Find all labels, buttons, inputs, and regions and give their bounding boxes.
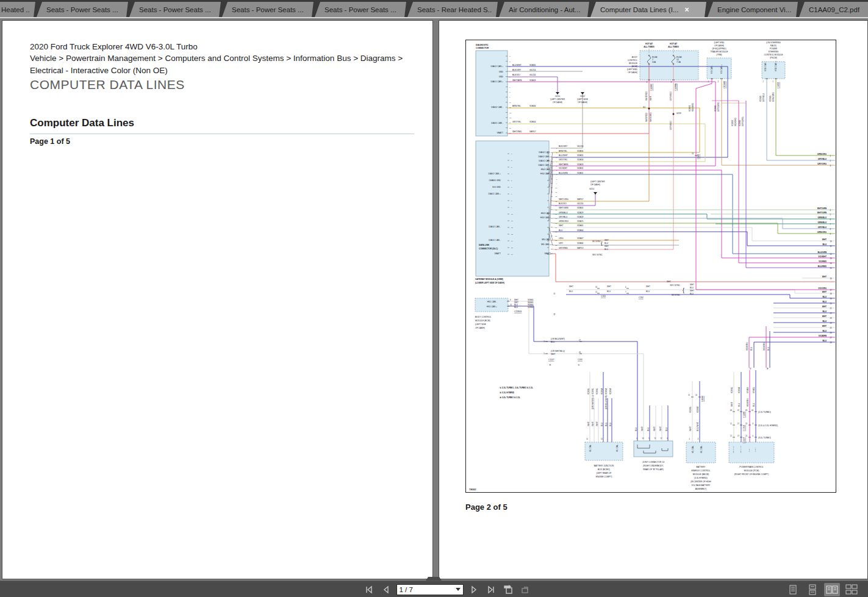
exit-number: 10	[830, 240, 833, 243]
two-page-view-button[interactable]	[824, 583, 840, 596]
diagram-label: VDB64	[605, 388, 608, 395]
exit-number: 18	[830, 293, 833, 295]
diagram-label: WHT/RED	[645, 91, 648, 101]
diagram-label: HS1 CAN +	[740, 445, 742, 453]
diagram-label: GRY/RED	[670, 120, 672, 130]
exit-wire-label: WHT/GRN	[817, 212, 827, 214]
diagram-label: HS1 CAN +	[700, 445, 703, 453]
diagram-label: VDB34	[577, 159, 584, 161]
exit-number: 16	[830, 277, 833, 280]
two-page-continuous-view-icon	[845, 584, 858, 595]
diagram-label: VDB65	[596, 388, 598, 395]
exit-wire-label: BLU	[822, 330, 827, 332]
tab-close-icon[interactable]: ×	[684, 6, 689, 13]
diagram-label: HS4 CAN -	[541, 168, 551, 171]
diagram-label: VDB65	[577, 224, 584, 227]
diagram-label: S1	[643, 106, 645, 109]
diagram-label: DIAG2 CAN +	[488, 173, 501, 175]
diagram-label: GRY/BLU	[762, 93, 765, 102]
next-page-button[interactable]	[467, 583, 481, 596]
tab-2[interactable]: Seats - Power Seats ...	[129, 2, 221, 17]
diagram-label: BOX (BCMC)	[598, 468, 610, 471]
diagram-label: VDB35	[577, 154, 584, 157]
exit-number: 21	[830, 307, 833, 310]
snapshot-button[interactable]	[518, 583, 532, 596]
diagram-label: ②	[549, 363, 551, 366]
diagram-label: MODULE	[629, 62, 638, 65]
tab-8[interactable]: Engine Component Vi...	[708, 2, 798, 17]
exit-wire-label: GRN/ORG	[817, 231, 827, 234]
diagram-label: VDB33	[577, 163, 584, 166]
tab-label: Air Conditioning - Aut...	[509, 6, 581, 13]
diagram-label: (LEFT REAR OF	[597, 472, 612, 474]
diagram-label: BLU	[690, 293, 694, 295]
new-window-button[interactable]	[501, 583, 515, 596]
diagram-label: (LEFT SIDE	[577, 98, 589, 101]
tab-4[interactable]: Seats - Power Seats ...	[315, 2, 406, 17]
diagram-label: VDB33	[529, 79, 536, 82]
last-page-button[interactable]	[484, 583, 498, 596]
diagram-label: WHT	[604, 245, 609, 248]
diagram-label: SBP07	[577, 198, 583, 201]
single-page-view-button[interactable]	[785, 583, 801, 596]
diagram-label: GD216	[529, 74, 536, 76]
tab-1[interactable]: Seats - Power Seats ...	[37, 2, 128, 17]
exit-number: 23	[830, 317, 833, 320]
tab-9[interactable]: C1AA09_C2.pdf	[799, 2, 868, 17]
diagram-label: ①	[553, 292, 556, 295]
page-title: COMPUTER DATA LINES	[30, 77, 185, 92]
tab-0[interactable]: Heated ...	[0, 2, 35, 17]
exit-wire-label: WHT	[822, 238, 827, 241]
diagram-label: VYB05	[753, 387, 755, 393]
exit-wire-label: BLU/GRN	[817, 251, 827, 254]
exit-wire-label: VIO/BRN	[819, 335, 827, 337]
diagram-label: C146B	[777, 82, 780, 88]
diagram-label: GD214	[577, 145, 584, 148]
page-count-label-2: Page 2 of 5	[465, 502, 508, 512]
exit-number: 24	[830, 322, 833, 324]
diagram-label: ENERGY CONTROL	[692, 470, 711, 472]
two-page-continuous-view-button[interactable]	[844, 583, 859, 596]
tab-6[interactable]: Air Conditioning - Aut...	[499, 2, 589, 17]
tab-3[interactable]: Seats - Power Seats ...	[222, 2, 314, 17]
diagram-label: WHT	[731, 402, 733, 407]
diagram-label: CAN -	[748, 448, 750, 452]
diagram-label: C138B	[743, 411, 745, 418]
tab-label: Seats - Power Seats ...	[325, 6, 396, 13]
diagram-label: BLU	[753, 402, 755, 407]
diagram-label: HS1 CAN +	[616, 443, 619, 452]
exit-wire-label: WHT	[822, 306, 827, 308]
tab-5[interactable]: Seats - Rear Heated S...	[407, 2, 498, 17]
exit-number: 25	[830, 327, 833, 329]
diagram-label: WHT	[646, 285, 650, 288]
diagram-label: GND	[499, 71, 504, 73]
exit-number: 26	[830, 332, 833, 334]
diagram-label: VDB66	[577, 242, 584, 245]
diagram-label: BLU	[601, 422, 603, 426]
diagram-label: WHT	[569, 285, 573, 288]
diagram-label: DIAGNOSTIC	[476, 44, 489, 46]
two-page-view-icon	[826, 585, 838, 595]
diagram-label: GRY/BLU	[559, 216, 568, 218]
first-page-button[interactable]	[362, 583, 376, 596]
exit-number: 12	[830, 253, 833, 256]
diagram-label: RACK)	[770, 45, 777, 47]
page-select-combobox[interactable]: 1 / 7	[396, 584, 464, 595]
previous-page-button[interactable]	[379, 583, 393, 596]
tab-7[interactable]: Computer Data Lines (I...×	[590, 2, 706, 17]
diagram-label: (OR WHT/BLU)	[592, 395, 594, 409]
diagram-label: BLU	[604, 242, 608, 245]
wiring-diagram: 1234567891011121314151612345678910111213…	[465, 40, 836, 493]
diagram-label: GND	[499, 76, 504, 78]
tab-label: C1AA09_C2.pdf	[809, 6, 859, 13]
diagram-label: VBATT	[495, 252, 501, 255]
diagram-label: (3.3L & 3.3L HYBRID)	[758, 424, 778, 427]
diagram-label: VDB07	[689, 105, 691, 112]
diagram-label: BLU/GRN	[559, 172, 568, 174]
diagram-label: HS1 CAN -	[589, 444, 592, 452]
diagram-label: BLK/VIO	[512, 74, 520, 76]
diagram-label: VIO/BRN	[763, 342, 766, 351]
exit-number: 13	[830, 257, 833, 260]
continuous-view-button[interactable]	[805, 583, 820, 596]
diagram-label: C4198B	[723, 80, 726, 88]
